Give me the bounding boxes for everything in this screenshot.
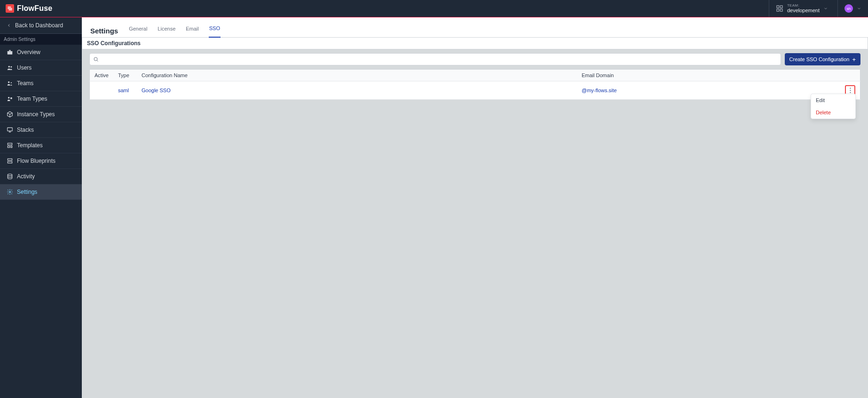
- svg-point-17: [8, 174, 12, 176]
- svg-point-21: [850, 90, 851, 91]
- search-wrap: [89, 53, 781, 65]
- svg-rect-13: [8, 146, 9, 148]
- chevron-down-icon: [857, 6, 861, 11]
- page-header: Settings General License Email SSO: [82, 17, 868, 38]
- svg-point-5: [8, 66, 10, 68]
- dropdown-edit[interactable]: Edit: [811, 94, 855, 106]
- team-types-icon: [7, 96, 13, 102]
- cell-domain: @my-flows.site: [577, 81, 840, 100]
- briefcase-icon: [7, 49, 13, 56]
- col-type: Type: [113, 70, 137, 81]
- col-domain: Email Domain: [577, 70, 840, 81]
- cube-icon: [7, 111, 13, 118]
- chevron-down-icon: [823, 6, 828, 11]
- chevron-left-icon: [7, 23, 11, 28]
- sidebar-item-label: Templates: [17, 142, 43, 149]
- tab-sso[interactable]: SSO: [209, 25, 221, 38]
- create-button-label: Create SSO Configuration: [789, 56, 850, 62]
- svg-rect-11: [8, 127, 13, 131]
- database-icon: [7, 173, 13, 180]
- sidebar-item-flow-blueprints[interactable]: Flow Blueprints: [0, 153, 82, 169]
- brand-text: FlowFuse: [17, 4, 52, 13]
- svg-point-19: [94, 57, 97, 61]
- svg-rect-2: [777, 9, 779, 11]
- grid-icon: [776, 5, 783, 12]
- svg-rect-16: [8, 161, 12, 163]
- team-label: TEAM:: [787, 4, 820, 8]
- sidebar-section-header: Admin Settings: [0, 34, 82, 45]
- row-actions-dropdown: Edit Delete: [811, 94, 856, 119]
- create-sso-button[interactable]: Create SSO Configuration +: [785, 53, 860, 65]
- svg-rect-4: [8, 51, 13, 55]
- svg-point-9: [8, 97, 10, 99]
- svg-point-20: [850, 88, 851, 88]
- svg-point-8: [11, 82, 12, 83]
- svg-rect-1: [780, 6, 782, 8]
- sidebar-item-label: Settings: [17, 189, 37, 195]
- page-title: Settings: [90, 27, 118, 35]
- team-name: developement: [787, 8, 820, 13]
- sidebar-item-stacks[interactable]: Stacks: [0, 122, 82, 138]
- sidebar-item-label: Overview: [17, 49, 40, 56]
- cell-name: Google SSO: [137, 81, 577, 100]
- svg-point-18: [9, 191, 11, 193]
- team-icon: [7, 80, 13, 87]
- svg-rect-0: [777, 6, 779, 8]
- search-icon: [93, 56, 99, 62]
- sidebar-item-activity[interactable]: Activity: [0, 169, 82, 184]
- svg-point-6: [10, 66, 12, 68]
- sidebar-item-label: Teams: [17, 80, 33, 87]
- gear-icon: [7, 189, 13, 195]
- brand[interactable]: FlowFuse: [0, 4, 58, 13]
- sidebar-item-instance-types[interactable]: Instance Types: [0, 107, 82, 122]
- sidebar-item-label: Stacks: [17, 127, 34, 133]
- table-row[interactable]: saml Google SSO @my-flows.site: [90, 81, 860, 100]
- svg-point-22: [850, 92, 851, 93]
- sidebar: Back to Dashboard Admin Settings Overvie…: [0, 17, 82, 398]
- sidebar-item-users[interactable]: Users: [0, 60, 82, 76]
- template-icon: [7, 142, 13, 149]
- blueprint-icon: [7, 158, 13, 164]
- sidebar-item-settings[interactable]: Settings: [0, 184, 82, 200]
- main-content: Settings General License Email SSO SSO C…: [82, 17, 868, 398]
- sso-table: Active Type Configuration Name Email Dom…: [89, 69, 860, 100]
- col-name: Configuration Name: [137, 70, 577, 81]
- sidebar-item-templates[interactable]: Templates: [0, 138, 82, 153]
- sidebar-item-label: Flow Blueprints: [17, 158, 55, 164]
- monitor-icon: [7, 127, 13, 133]
- app-header: FlowFuse TEAM: developement sh: [0, 0, 868, 17]
- svg-rect-15: [8, 159, 12, 160]
- sidebar-item-label: Instance Types: [17, 111, 55, 118]
- sidebar-item-overview[interactable]: Overview: [0, 45, 82, 60]
- svg-point-7: [8, 81, 10, 83]
- cell-type: saml: [113, 81, 137, 100]
- kebab-icon: [850, 88, 851, 93]
- user-selector[interactable]: sh: [837, 0, 868, 17]
- team-selector[interactable]: TEAM: developement: [769, 0, 837, 17]
- tab-email[interactable]: Email: [185, 26, 199, 37]
- svg-rect-3: [780, 9, 782, 11]
- tab-general[interactable]: General: [128, 26, 148, 37]
- back-label: Back to Dashboard: [15, 22, 63, 29]
- dropdown-delete[interactable]: Delete: [811, 106, 855, 119]
- users-icon: [7, 64, 13, 71]
- col-active: Active: [90, 70, 113, 81]
- svg-rect-12: [8, 143, 12, 145]
- tab-license[interactable]: License: [157, 26, 176, 37]
- sidebar-item-teams[interactable]: Teams: [0, 76, 82, 91]
- cell-active: [90, 81, 113, 100]
- search-input[interactable]: [89, 53, 781, 65]
- sidebar-item-label: Activity: [17, 173, 35, 180]
- section-title: SSO Configurations: [82, 38, 868, 49]
- plus-icon: +: [852, 56, 856, 63]
- brand-icon: [6, 4, 14, 13]
- svg-rect-14: [11, 146, 12, 148]
- sidebar-item-label: Users: [17, 64, 32, 71]
- avatar: sh: [844, 4, 853, 13]
- sidebar-item-team-types[interactable]: Team Types: [0, 91, 82, 107]
- back-to-dashboard[interactable]: Back to Dashboard: [0, 17, 82, 34]
- svg-rect-10: [10, 97, 12, 99]
- tabs: General License Email SSO: [128, 24, 221, 37]
- sidebar-item-label: Team Types: [17, 96, 47, 102]
